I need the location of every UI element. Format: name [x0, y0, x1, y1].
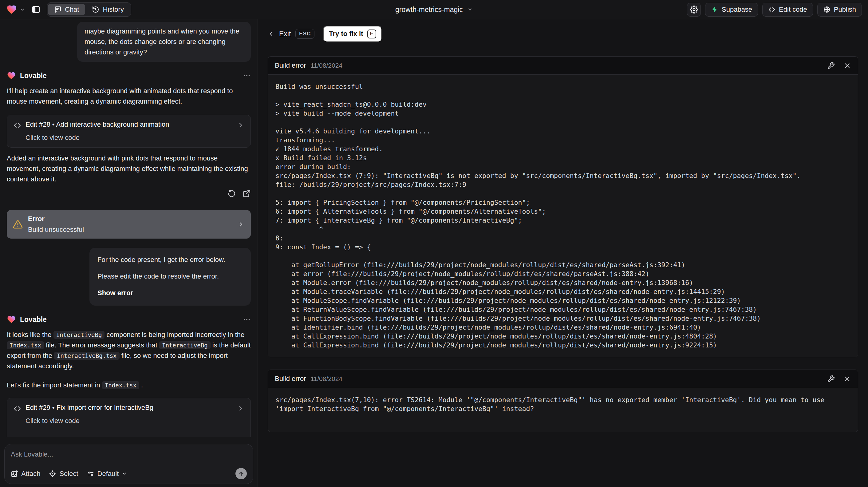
chat-panel: maybe diagramming points and when you mo… — [0, 19, 258, 487]
lovable-heart-logo — [6, 4, 17, 15]
chevron-left-icon — [268, 30, 275, 37]
edit-card-title: Edit #28 • Add interactive background an… — [26, 121, 237, 128]
user-message-text: maybe diagramming points and when you mo… — [85, 27, 240, 56]
fix-toolbar: Exit ESC Try to fix it F — [268, 19, 858, 43]
lovable-avatar — [7, 71, 16, 80]
panel-date: 11/08/2024 — [310, 375, 342, 383]
mode-label: Default — [97, 470, 119, 478]
user-message: maybe diagramming points and when you mo… — [77, 22, 251, 62]
attach-label: Attach — [21, 470, 40, 478]
attach-button[interactable]: Attach — [11, 470, 40, 478]
show-error-link[interactable]: Show error — [97, 288, 243, 298]
publish-label: Publish — [834, 5, 856, 13]
panel-body[interactable]: src/pages/Index.tsx(7,10): error TS2614:… — [268, 388, 858, 432]
panel-body[interactable]: Build was unsuccessful > vite_react_shad… — [268, 75, 858, 357]
error-card-title: Error — [28, 215, 84, 223]
chevron-down-icon — [20, 7, 25, 12]
exit-label: Exit — [279, 30, 291, 38]
supabase-button[interactable]: Supabase — [705, 3, 758, 17]
code-icon — [768, 6, 775, 13]
build-error-card[interactable]: Error Build unsuccessful — [7, 210, 251, 239]
chat-input-container: Attach Select Default — [4, 444, 253, 484]
panel-title: Build error — [275, 61, 306, 69]
assistant-message: It looks like the InteractiveBg componen… — [7, 330, 251, 371]
edit-card-subtitle: Click to view code — [26, 134, 237, 142]
message-menu-icon[interactable] — [243, 72, 251, 80]
target-icon — [49, 470, 56, 478]
fix-label: Try to fix it — [329, 30, 363, 38]
publish-button[interactable]: Publish — [817, 3, 862, 17]
assistant-message: Let's fix the import statement in Index.… — [7, 380, 251, 391]
edit-card-28[interactable]: Edit #28 • Add interactive background an… — [7, 115, 251, 148]
chevron-down-icon — [122, 471, 127, 476]
assistant-name: Lovable — [20, 315, 47, 324]
message-menu-icon[interactable] — [243, 315, 251, 324]
arrow-up-icon — [238, 470, 245, 477]
esc-key-badge: ESC — [296, 29, 314, 39]
assistant-name: Lovable — [20, 72, 47, 80]
chat-scroll-area[interactable]: maybe diagramming points and when you mo… — [0, 19, 257, 487]
sliders-icon — [87, 470, 94, 478]
close-icon[interactable] — [843, 375, 851, 383]
warning-triangle-icon — [13, 219, 23, 230]
tab-history[interactable]: History — [86, 4, 130, 16]
project-switcher[interactable]: growth-metrics-magic — [395, 0, 473, 19]
edit-card-29[interactable]: Edit #29 • Fix import error for Interact… — [7, 398, 251, 437]
sidebar-toggle-icon[interactable] — [31, 5, 40, 14]
chevron-down-icon — [467, 7, 473, 12]
chevron-right-icon — [237, 405, 244, 412]
panel-date: 11/08/2024 — [310, 62, 342, 69]
lovable-avatar — [7, 315, 16, 324]
tab-chat[interactable]: Chat — [48, 4, 85, 16]
build-error-panel-2: Build error 11/08/2024 src/pages/Index.t… — [268, 370, 858, 432]
edit-card-title: Edit #29 • Fix import error for Interact… — [26, 404, 237, 412]
message-actions — [7, 189, 251, 198]
edit-code-label: Edit code — [779, 5, 807, 13]
assistant-header: Lovable — [7, 71, 251, 80]
send-button[interactable] — [236, 468, 247, 479]
select-button[interactable]: Select — [49, 470, 78, 478]
code-icon — [13, 121, 21, 129]
build-log: src/pages/Index.tsx(7,10): error TS2614:… — [275, 395, 850, 413]
chevron-right-icon — [237, 121, 244, 129]
user-message-text: For the code present, I get the error be… — [97, 254, 243, 265]
error-card-subtitle: Build unsuccessful — [28, 226, 84, 234]
brand[interactable] — [6, 4, 25, 15]
user-message-text: Please edit the code to resolve the erro… — [97, 271, 243, 282]
assistant-header: Lovable — [7, 315, 251, 324]
wrench-icon[interactable] — [827, 62, 835, 69]
select-label: Select — [59, 470, 78, 478]
history-icon — [92, 6, 99, 13]
wrench-icon[interactable] — [827, 375, 835, 383]
f-key-badge: F — [367, 30, 376, 38]
panel-title: Build error — [275, 375, 306, 383]
error-workspace: Exit ESC Try to fix it F Build error 11/… — [258, 19, 868, 487]
tab-chat-label: Chat — [65, 5, 79, 13]
gear-icon — [690, 5, 698, 13]
code-icon — [13, 405, 21, 413]
chat-input[interactable] — [11, 450, 247, 468]
chat-input-toolbar: Attach Select Default — [11, 468, 247, 479]
try-to-fix-button[interactable]: Try to fix it F — [323, 26, 382, 42]
assistant-message: Added an interactive background with pin… — [7, 153, 251, 184]
close-icon[interactable] — [843, 62, 851, 69]
restore-icon[interactable] — [227, 189, 236, 198]
assistant-message: I'll help create an interactive backgrou… — [7, 86, 251, 107]
chat-history-tabs: Chat History — [47, 2, 131, 17]
build-error-panel-1: Build error 11/08/2024 Build was unsucce… — [268, 56, 858, 357]
supabase-label: Supabase — [722, 5, 752, 13]
tab-history-label: History — [103, 5, 124, 13]
panel-actions — [827, 62, 851, 69]
edit-card-subtitle: Click to view code — [26, 417, 237, 425]
build-log: Build was unsuccessful > vite_react_shad… — [275, 82, 850, 349]
edit-code-button[interactable]: Edit code — [762, 3, 813, 17]
project-title: growth-metrics-magic — [395, 5, 463, 14]
globe-icon — [823, 6, 831, 13]
exit-button[interactable]: Exit ESC — [268, 29, 314, 39]
chat-bubble-icon — [54, 6, 61, 13]
settings-button[interactable] — [687, 3, 701, 17]
mode-dropdown[interactable]: Default — [87, 470, 127, 478]
open-preview-icon[interactable] — [243, 189, 251, 198]
panel-header: Build error 11/08/2024 — [268, 57, 858, 75]
user-message: For the code present, I get the error be… — [89, 248, 251, 306]
